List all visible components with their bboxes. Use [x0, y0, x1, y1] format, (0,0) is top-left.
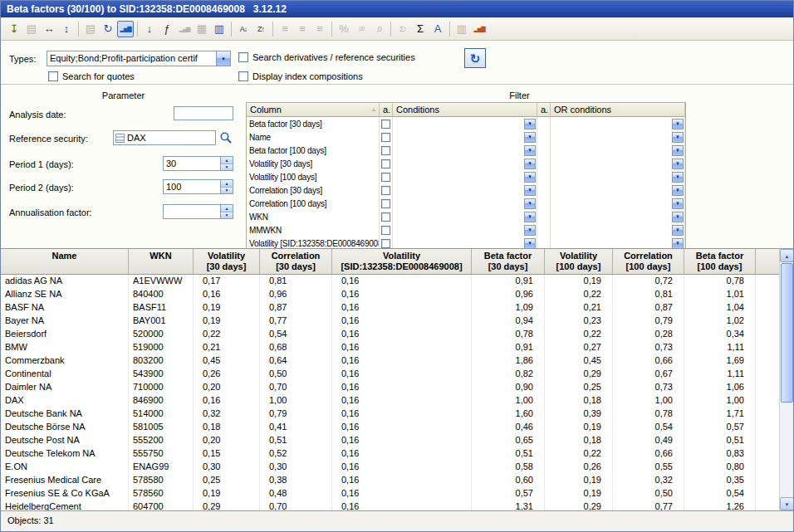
period1-input[interactable] [164, 157, 220, 170]
table-row[interactable]: Fresenius SE & Co KGaA5785600,190,480,16… [1, 487, 779, 500]
table-row[interactable]: Fresenius Medical Care5785800,250,380,16… [1, 474, 779, 487]
filter-row[interactable]: MMWKN▼▼ [247, 223, 685, 237]
condition-dropdown-icon[interactable]: ▼ [524, 132, 536, 143]
table-row[interactable]: E.ONENAG990,300,300,160,580,260,550,80 [1, 461, 779, 474]
filter-header-column[interactable]: Column▵ [247, 103, 380, 117]
column-header[interactable]: Name [1, 249, 129, 274]
column-header[interactable]: Volatility[SID:132358:DE0008469008] [332, 249, 472, 274]
table-row[interactable]: Beiersdorf5200000,220,540,160,780,220,28… [1, 328, 779, 341]
filter-header-or-conditions[interactable]: OR conditions [551, 103, 685, 117]
filter-or-condition-cell[interactable]: ▼ [551, 210, 685, 223]
spin-up-icon[interactable]: ▲ [221, 205, 233, 212]
sigma-icon[interactable]: Σ [412, 21, 429, 37]
filter-row[interactable]: Volatility [30 days]▼▼ [247, 157, 685, 170]
filter-active-checkbox[interactable] [381, 133, 390, 142]
filter-row[interactable]: Name▼▼ [247, 130, 685, 144]
filter-active-checkbox[interactable] [381, 226, 390, 235]
refresh-search-button[interactable]: ↻ [464, 48, 486, 68]
column-header[interactable]: Correlation[30 days] [260, 249, 332, 274]
filter-active-checkbox[interactable] [381, 173, 390, 182]
search-icon[interactable] [219, 131, 233, 144]
filter-row[interactable]: Beta factor [30 days]▼▼ [247, 117, 685, 130]
or-condition-dropdown-icon[interactable]: ▼ [672, 225, 684, 236]
filter-active-checkbox[interactable] [381, 212, 390, 222]
sort-ascending-icon[interactable]: A↓ [235, 21, 252, 37]
spin-up-icon[interactable]: ▲ [221, 157, 233, 164]
reference-security-input[interactable] [127, 133, 215, 143]
scroll-down-icon[interactable]: ▼ [780, 497, 793, 510]
or-condition-dropdown-icon[interactable]: ▼ [672, 185, 684, 196]
column-header[interactable]: WKN [129, 249, 194, 274]
annualisation-factor-stepper[interactable]: ▲▼ [163, 204, 233, 219]
filter-or-condition-cell[interactable]: ▼ [551, 144, 685, 157]
filter-active-checkbox[interactable] [381, 120, 390, 129]
reference-security-field[interactable] [113, 130, 216, 145]
filter-condition-cell[interactable]: ▼ [393, 144, 537, 157]
fit-width-icon[interactable]: ↔ [41, 21, 57, 37]
or-condition-dropdown-icon[interactable]: ▼ [672, 198, 684, 209]
spin-down-icon[interactable]: ▼ [221, 164, 233, 171]
table-row[interactable]: adidas AG NAA1EVWWW0,170,810,160,910,190… [1, 275, 779, 288]
spin-down-icon[interactable]: ▼ [221, 212, 233, 219]
table-row[interactable]: Deutsche Post NA5552000,200,510,160,650,… [1, 434, 779, 447]
reload-icon[interactable]: ↻ [100, 21, 116, 37]
table-row[interactable]: HeidelbergCement6047000,290,700,161,310,… [1, 500, 779, 510]
function-icon[interactable]: ƒ [159, 21, 175, 37]
condition-dropdown-icon[interactable]: ▼ [524, 159, 536, 169]
filter-active-checkbox[interactable] [381, 159, 390, 168]
filter-condition-cell[interactable]: ▼ [393, 183, 537, 197]
filter-active-checkbox[interactable] [381, 186, 390, 195]
checkbox-icon[interactable] [238, 71, 248, 81]
annualisation-factor-input[interactable] [164, 205, 220, 218]
condition-dropdown-icon[interactable]: ▼ [524, 172, 536, 183]
filter-row[interactable]: Correlation [100 days]▼▼ [247, 197, 685, 210]
font-icon[interactable]: A [429, 21, 446, 37]
filter-header-active[interactable]: a. [380, 103, 393, 117]
period2-input[interactable] [164, 180, 220, 193]
chevron-down-icon[interactable]: ▼ [216, 51, 230, 66]
filter-header-conditions[interactable]: Conditions [393, 103, 537, 117]
spin-down-icon[interactable]: ▼ [221, 188, 233, 194]
condition-dropdown-icon[interactable]: ▼ [524, 212, 536, 222]
or-condition-dropdown-icon[interactable]: ▼ [672, 172, 684, 183]
table-row[interactable]: Allianz SE NA8404000,160,960,160,960,220… [1, 288, 779, 301]
filter-or-condition-cell[interactable]: ▼ [551, 130, 685, 144]
or-condition-dropdown-icon[interactable]: ▼ [672, 238, 684, 249]
analysis-date-input[interactable] [174, 106, 233, 120]
filter-or-condition-cell[interactable]: ▼ [551, 117, 685, 130]
condition-dropdown-icon[interactable]: ▼ [524, 119, 536, 129]
filter-active-checkbox[interactable] [381, 199, 390, 208]
filter-or-condition-cell[interactable]: ▼ [551, 170, 685, 183]
table-row[interactable]: Daimler NA7100000,200,700,160,900,250,73… [1, 381, 779, 394]
table-row[interactable]: Deutsche Telekom NA5557500,150,520,160,5… [1, 447, 779, 461]
filter-condition-cell[interactable]: ▼ [393, 170, 537, 183]
table-row[interactable]: BMW5190000,210,680,160,910,270,731,11 [1, 341, 779, 354]
bar-chart-icon[interactable]: ▂▅▇ [471, 21, 488, 37]
filter-or-condition-cell[interactable]: ▼ [551, 223, 685, 237]
checkbox-search-derivatives[interactable]: Search derivatives / reference securitie… [238, 52, 415, 62]
filter-condition-cell[interactable]: ▼ [393, 223, 537, 237]
scrollbar-thumb[interactable] [781, 263, 793, 403]
chart-mode-icon[interactable]: ▂▅▇ [117, 21, 134, 37]
condition-dropdown-icon[interactable]: ▼ [524, 145, 536, 156]
checkbox-icon[interactable] [48, 71, 58, 81]
or-condition-dropdown-icon[interactable]: ▼ [672, 119, 684, 129]
filter-or-condition-cell[interactable]: ▼ [551, 157, 685, 170]
table-row[interactable]: DAX8469000,161,000,161,000,181,001,00 [1, 394, 779, 408]
fit-height-icon[interactable]: ↕ [58, 21, 75, 37]
spin-up-icon[interactable]: ▲ [221, 180, 233, 188]
filter-row[interactable]: Volatility [100 days]▼▼ [247, 170, 685, 183]
table-row[interactable]: Deutsche Börse NA5810050,180,410,160,460… [1, 421, 779, 434]
period1-stepper[interactable]: ▲▼ [163, 156, 233, 171]
filter-condition-cell[interactable]: ▼ [393, 210, 537, 223]
table-row[interactable]: Commerzbank8032000,450,640,161,860,450,6… [1, 354, 779, 368]
column-header[interactable]: Volatility[30 days] [194, 249, 260, 274]
filter-row[interactable]: Beta factor [100 days]▼▼ [247, 144, 685, 157]
column-header[interactable]: Beta factor[30 days] [472, 249, 545, 274]
scroll-up-icon[interactable]: ▲ [780, 249, 793, 262]
checkbox-search-quotes[interactable]: Search for quotes [48, 71, 135, 81]
vertical-scrollbar[interactable]: ▲ ▼ [779, 249, 793, 510]
types-combobox[interactable]: Equity;Bond;Profit-participation certif … [47, 51, 231, 66]
sort-descending-icon[interactable]: Z↑ [252, 21, 269, 37]
columns-icon[interactable]: ▥ [211, 21, 228, 37]
